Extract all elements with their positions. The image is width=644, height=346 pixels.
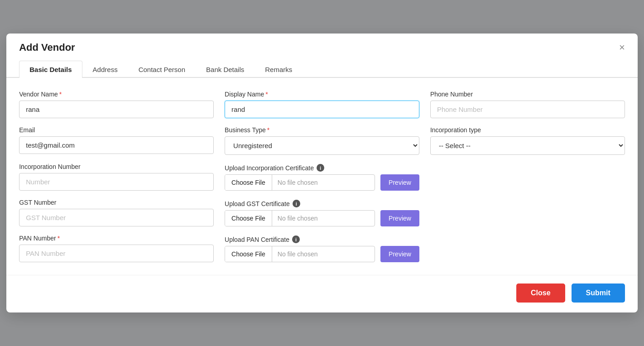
upload-pan-preview-button[interactable]: Preview <box>380 246 419 262</box>
upload-incorporation-info-icon: i <box>317 164 324 172</box>
upload-gst-group: Upload GST Certificate i Choose File No … <box>225 200 419 226</box>
upload-gst-preview-button[interactable]: Preview <box>380 210 419 226</box>
pan-number-label: PAN Number* <box>19 235 214 242</box>
form-row-5: PAN Number* Upload PAN Certificate i Cho… <box>19 235 625 262</box>
modal-overlay: Add Vendor × Basic Details Address Conta… <box>0 0 644 346</box>
display-name-group: Display Name* <box>225 91 419 118</box>
upload-incorporation-no-file-text: No file chosen <box>272 175 375 190</box>
upload-pan-group: Upload PAN Certificate i Choose File No … <box>225 235 419 262</box>
tab-basic-details[interactable]: Basic Details <box>19 61 82 78</box>
phone-number-input[interactable] <box>430 101 625 118</box>
gst-number-group: GST Number <box>19 199 214 226</box>
incorporation-type-label: Incorporation type <box>430 126 625 134</box>
pan-number-input[interactable] <box>19 245 214 262</box>
upload-gst-file-input: Choose File No file chosen <box>225 210 375 226</box>
close-icon[interactable]: × <box>619 43 625 53</box>
upload-gst-row: Choose File No file chosen Preview <box>225 210 419 226</box>
modal-footer: Close Submit <box>6 275 638 312</box>
email-group: Email <box>19 126 214 155</box>
modal-title: Add Vendor <box>19 42 75 53</box>
upload-gst-no-file-text: No file chosen <box>272 211 375 226</box>
incorporation-number-label: Incorporation Number <box>19 163 214 170</box>
upload-pan-no-file-text: No file chosen <box>272 246 375 262</box>
business-type-label: Business Type* <box>225 126 419 134</box>
email-label: Email <box>19 126 214 134</box>
upload-pan-label: Upload PAN Certificate <box>225 236 289 243</box>
tab-remarks[interactable]: Remarks <box>255 61 303 78</box>
upload-incorporation-file-input: Choose File No file chosen <box>225 174 375 191</box>
upload-pan-row: Choose File No file chosen Preview <box>225 246 419 262</box>
form-row-4: GST Number Upload GST Certificate i Choo… <box>19 199 625 226</box>
upload-incorporation-preview-button[interactable]: Preview <box>380 174 419 191</box>
incorporation-type-select[interactable]: -- Select -- <box>430 136 625 155</box>
upload-gst-info-icon: i <box>293 200 300 207</box>
upload-incorporation-label: Upload Incorporation Certificate <box>225 164 314 172</box>
form-row-2: Email Business Type* Unregistered Regist… <box>19 126 625 155</box>
modal-header: Add Vendor × <box>6 34 638 53</box>
upload-pan-choose-file-button[interactable]: Choose File <box>225 246 272 262</box>
tab-contact-person[interactable]: Contact Person <box>128 61 196 78</box>
incorporation-type-group: Incorporation type -- Select -- <box>430 126 625 155</box>
form-row-1: Vendor Name* Display Name* Phone Number <box>19 91 625 118</box>
incorporation-number-group: Incorporation Number <box>19 163 214 191</box>
gst-number-input[interactable] <box>19 209 214 226</box>
display-name-input[interactable] <box>225 101 419 118</box>
upload-pan-info-icon: i <box>292 235 300 243</box>
pan-number-group: PAN Number* <box>19 235 214 262</box>
upload-incorporation-choose-file-button[interactable]: Choose File <box>225 175 272 190</box>
display-name-label: Display Name* <box>225 91 419 98</box>
upload-gst-choose-file-button[interactable]: Choose File <box>225 211 272 226</box>
email-input[interactable] <box>19 136 214 154</box>
vendor-name-label: Vendor Name* <box>19 91 214 98</box>
business-type-select[interactable]: Unregistered Registered <box>225 136 419 155</box>
gst-number-label: GST Number <box>19 199 214 206</box>
phone-number-label: Phone Number <box>430 91 625 98</box>
upload-incorporation-row: Choose File No file chosen Preview <box>225 174 419 191</box>
submit-button[interactable]: Submit <box>572 284 625 303</box>
vendor-name-input[interactable] <box>19 101 214 118</box>
upload-pan-label-row: Upload PAN Certificate i <box>225 235 419 243</box>
upload-gst-label-row: Upload GST Certificate i <box>225 200 419 207</box>
tabs-bar: Basic Details Address Contact Person Ban… <box>6 61 638 78</box>
close-button[interactable]: Close <box>516 284 565 303</box>
upload-pan-file-input: Choose File No file chosen <box>225 246 375 262</box>
incorporation-number-input[interactable] <box>19 173 214 191</box>
upload-gst-label: Upload GST Certificate <box>225 200 290 207</box>
form-row-3: Incorporation Number Upload Incorporatio… <box>19 163 625 191</box>
tab-address[interactable]: Address <box>82 61 128 78</box>
upload-incorporation-label-row: Upload Incorporation Certificate i <box>225 164 419 172</box>
add-vendor-modal: Add Vendor × Basic Details Address Conta… <box>6 34 638 312</box>
tab-bank-details[interactable]: Bank Details <box>196 61 255 78</box>
modal-body: Vendor Name* Display Name* Phone Number <box>6 78 638 270</box>
phone-number-group: Phone Number <box>430 91 625 118</box>
business-type-group: Business Type* Unregistered Registered <box>225 126 419 155</box>
vendor-name-group: Vendor Name* <box>19 91 214 118</box>
upload-incorporation-group: Upload Incorporation Certificate i Choos… <box>225 164 419 191</box>
